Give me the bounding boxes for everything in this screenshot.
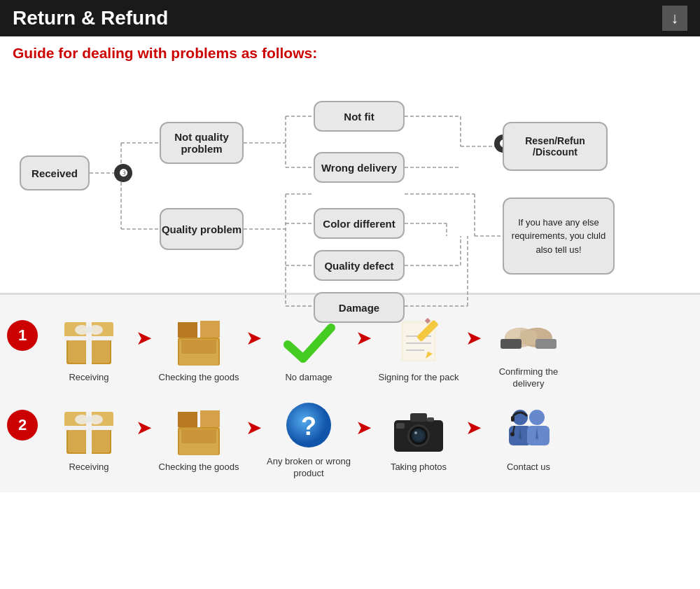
fc-color-diff: Color different (314, 208, 405, 239)
svg-marker-70 (200, 410, 220, 427)
svg-rect-81 (396, 423, 405, 429)
fc-if-you: If you have any else requirements, you c… (503, 198, 615, 275)
process-steps-2: Receiving ➤ Checking the goods ➤ (43, 397, 693, 480)
step-4-label: Signing for the pack (379, 372, 459, 384)
step-2-2-checking: Checking the goods (153, 403, 244, 473)
svg-text:?: ? (301, 412, 316, 441)
confirming-icon (497, 307, 560, 363)
process-num-2: 2 (7, 410, 38, 441)
step-2-1-label: Receiving (69, 462, 108, 473)
guide-title: Guide for dealing with problems as follo… (13, 45, 687, 62)
step-5-label: Confirming the delivery (483, 366, 574, 390)
arrow-2-1: ➤ (136, 416, 152, 439)
broken-icon: ? (277, 397, 340, 453)
page-header: Return & Refund ↓ (0, 0, 700, 36)
arrow-2-4: ➤ (465, 416, 482, 439)
step-2-4-label: Taking photos (391, 462, 447, 473)
svg-point-66 (85, 416, 92, 423)
svg-marker-37 (178, 322, 197, 338)
arrow-2-3: ➤ (356, 416, 372, 439)
svg-marker-69 (178, 412, 197, 427)
fc-badge-3: ❸ (114, 164, 132, 182)
step-2-3-broken: ? Any broken or wrong product (263, 397, 354, 480)
svg-rect-52 (514, 328, 520, 338)
page-title: Return & Refund (13, 7, 168, 29)
svg-point-79 (414, 431, 417, 434)
arrow-1: ➤ (136, 326, 152, 349)
svg-point-34 (85, 326, 92, 333)
svg-marker-38 (200, 321, 220, 338)
fc-damage: Damage (314, 292, 405, 323)
svg-point-89 (510, 432, 514, 436)
arrow-3: ➤ (356, 326, 372, 349)
step-1-receiving: Receiving (43, 313, 134, 384)
photos-icon (387, 403, 450, 459)
step-2-4-photos: Taking photos (373, 403, 464, 473)
svg-rect-86 (527, 426, 550, 445)
step-1-label: Receiving (69, 372, 108, 384)
fc-wrong-delivery: Wrong delivery (314, 152, 405, 183)
step-2-checking: Checking the goods (153, 313, 244, 384)
svg-rect-55 (537, 328, 542, 338)
svg-rect-71 (181, 429, 216, 443)
step-2-5-contact: Contact us (483, 403, 574, 473)
arrow-2: ➤ (246, 326, 262, 349)
svg-rect-56 (520, 331, 537, 345)
checking-icon (167, 313, 230, 369)
svg-rect-57 (500, 339, 522, 349)
step-3-label: No damage (285, 372, 332, 384)
receiving2-icon (57, 403, 120, 459)
contact-icon (497, 403, 560, 459)
svg-rect-80 (410, 413, 427, 422)
step-4-signing: Signing for the pack (373, 313, 464, 384)
step-2-2-label: Checking the goods (159, 462, 239, 473)
arrow-2-2: ➤ (246, 416, 262, 439)
step-5-confirming: Confirming the delivery (483, 307, 574, 390)
process-num-1: 1 (7, 320, 38, 351)
step-2-label: Checking the goods (159, 372, 239, 384)
flowchart: Received ❸ Not quality problem Quality p… (13, 71, 692, 289)
fc-not-quality: Not quality problem (160, 122, 244, 164)
fc-quality: Quality problem (160, 208, 244, 250)
fc-quality-defect: Quality defect (314, 250, 405, 281)
fc-not-fit: Not fit (314, 101, 405, 132)
arrow-4: ➤ (465, 326, 482, 349)
receiving-icon (57, 313, 120, 369)
svg-point-85 (529, 410, 545, 425)
svg-rect-58 (536, 339, 556, 349)
header-arrow-icon: ↓ (662, 6, 687, 31)
fc-resen: Resen/Refun /Discount (503, 122, 608, 171)
fc-received: Received (20, 155, 90, 190)
svg-rect-39 (181, 340, 216, 354)
step-2-1-receiving: Receiving (43, 403, 134, 473)
step-2-5-label: Contact us (507, 462, 550, 473)
step-3-no-damage: No damage (263, 313, 354, 384)
svg-rect-82 (427, 417, 434, 422)
step-2-3-label: Any broken or wrong product (263, 456, 354, 480)
process-row-2: 2 Receiving ➤ (7, 397, 693, 480)
guide-section: Guide for dealing with problems as follo… (0, 36, 700, 293)
svg-rect-87 (511, 416, 514, 422)
checking2-icon (167, 403, 230, 459)
